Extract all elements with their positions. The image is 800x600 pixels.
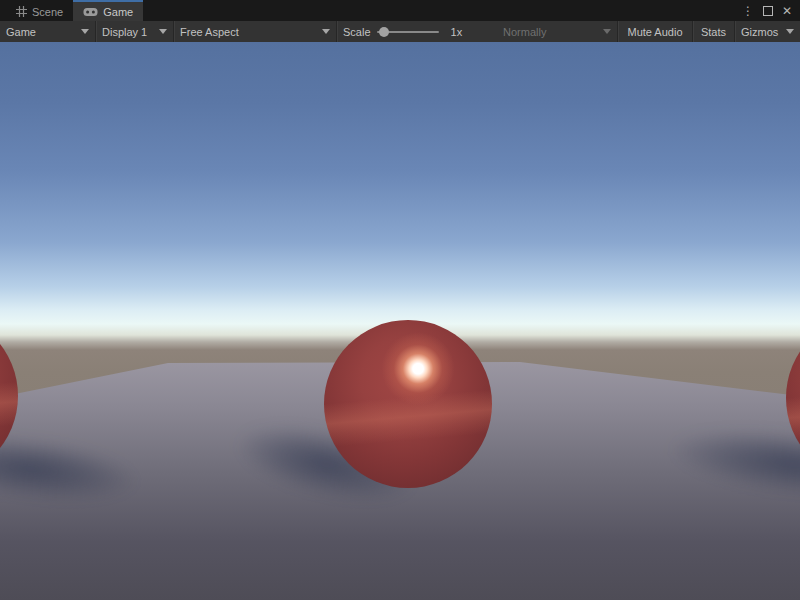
display-target-dropdown[interactable]: Game [0,21,96,42]
chevron-down-icon [786,29,794,34]
mute-audio-button[interactable]: Mute Audio [617,21,692,42]
scale-slider-knob[interactable] [379,27,389,37]
maximize-on-play-label: Normally [503,26,546,38]
scale-slider[interactable] [377,26,445,38]
chevron-down-icon [81,29,89,34]
tab-bar: Scene Game ⋮ ✕ [0,0,800,21]
maximize-icon[interactable] [763,6,773,16]
game-render-viewport[interactable] [0,42,800,600]
gizmos-label: Gizmos [741,26,778,38]
scale-value: 1x [451,26,463,38]
aspect-ratio-dropdown[interactable]: Free Aspect [174,21,337,42]
scale-label: Scale [343,26,371,38]
aspect-label: Free Aspect [180,26,239,38]
window-menu-icon[interactable]: ⋮ [742,5,754,17]
display-target-label: Game [6,26,36,38]
game-view-toolbar: Game Display 1 Free Aspect Scale 1x Norm… [0,21,800,42]
stats-button[interactable]: Stats [692,21,734,42]
main-sphere [324,320,492,488]
chevron-down-icon [322,29,330,34]
display-dropdown[interactable]: Display 1 [96,21,174,42]
gizmos-dropdown[interactable]: Gizmos [734,21,800,42]
chevron-down-icon [159,29,167,34]
tab-scene-label: Scene [32,6,63,18]
maximize-on-play-dropdown[interactable]: Normally [497,21,617,42]
window-controls: ⋮ ✕ [742,0,800,21]
tab-game-label: Game [103,6,133,18]
tab-scene[interactable]: Scene [6,0,73,21]
scene-grid-icon [16,6,27,17]
close-icon[interactable]: ✕ [782,5,792,17]
tab-game[interactable]: Game [73,0,143,21]
chevron-down-icon [603,29,611,34]
mute-audio-label: Mute Audio [627,26,682,38]
toolbar-gap [488,21,497,42]
gamepad-icon [83,7,98,17]
display-label: Display 1 [102,26,147,38]
scale-control: Scale 1x [337,21,488,42]
stats-label: Stats [701,26,726,38]
